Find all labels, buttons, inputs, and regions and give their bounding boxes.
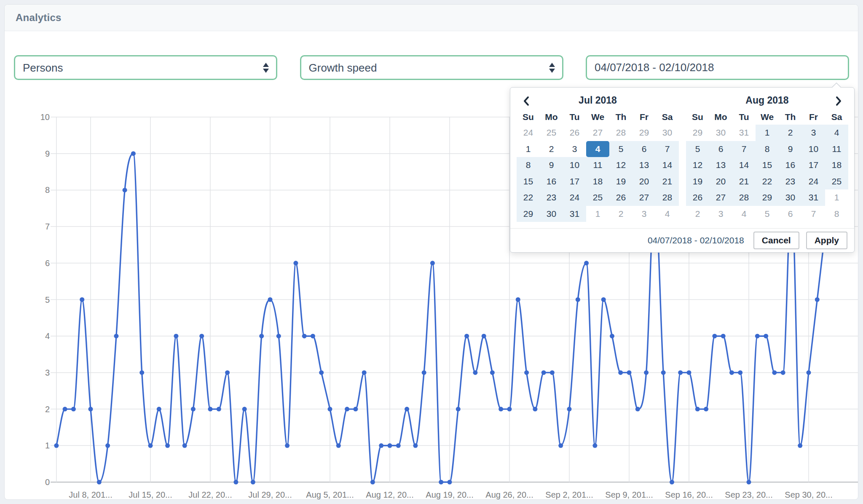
calendar-day[interactable]: 19 [686, 173, 709, 190]
calendar-day[interactable]: 30 [709, 125, 732, 141]
calendar-day[interactable]: 8 [825, 206, 848, 222]
calendar-day[interactable]: 12 [686, 157, 709, 173]
calendar-day[interactable]: 16 [540, 173, 563, 190]
calendar-day[interactable]: 21 [656, 173, 679, 190]
calendar-day[interactable]: 5 [756, 206, 779, 222]
chevron-right-icon [835, 96, 842, 106]
calendar-day[interactable]: 29 [686, 125, 709, 141]
calendar-day[interactable]: 28 [609, 125, 633, 141]
metric-select[interactable]: Persons [14, 55, 277, 80]
calendar-day[interactable]: 23 [779, 173, 802, 190]
calendar-day-selected[interactable]: 4 [586, 141, 609, 157]
calendar-day[interactable]: 27 [709, 189, 732, 206]
calendar-day[interactable]: 10 [802, 141, 825, 157]
calendar-day[interactable]: 11 [586, 157, 609, 173]
weekday-row: SuMoTuWeThFrSa [517, 109, 679, 125]
calendar-day[interactable]: 20 [633, 173, 656, 190]
calendar-day[interactable]: 23 [540, 189, 563, 206]
calendar-day[interactable]: 22 [517, 189, 540, 206]
calendar-day[interactable]: 29 [756, 189, 779, 206]
calendar-day[interactable]: 7 [656, 141, 679, 157]
apply-button[interactable]: Apply [806, 232, 847, 249]
next-month-button[interactable] [832, 95, 845, 108]
date-range-input[interactable] [586, 55, 849, 80]
calendar-day[interactable]: 15 [756, 157, 779, 173]
calendar-day[interactable]: 7 [802, 206, 825, 222]
calendar-day[interactable]: 28 [732, 189, 756, 206]
calendar-day[interactable]: 1 [586, 206, 609, 222]
day-grid-row: 22232425262728 [517, 189, 679, 206]
calendar-day[interactable]: 8 [756, 141, 779, 157]
calendar-day[interactable]: 15 [517, 173, 540, 190]
calendar-day[interactable]: 25 [540, 125, 563, 141]
calendar-day[interactable]: 14 [656, 157, 679, 173]
calendar-day[interactable]: 30 [540, 206, 563, 222]
calendar-day[interactable]: 3 [709, 206, 732, 222]
calendar-day[interactable]: 31 [732, 125, 756, 141]
mode-select[interactable]: Growth speed [300, 55, 563, 80]
calendar-day[interactable]: 30 [779, 189, 802, 206]
weekday-label: Mo [709, 109, 732, 125]
calendar-day[interactable]: 22 [756, 173, 779, 190]
calendar-day[interactable]: 27 [633, 189, 656, 206]
calendar-day[interactable]: 26 [686, 189, 709, 206]
calendar-day[interactable]: 14 [732, 157, 756, 173]
calendar-day[interactable]: 2 [609, 206, 633, 222]
calendar-day[interactable]: 8 [517, 157, 540, 173]
cancel-button[interactable]: Cancel [753, 232, 799, 249]
calendar-day[interactable]: 2 [779, 125, 802, 141]
calendar-day[interactable]: 18 [586, 173, 609, 190]
calendar-day[interactable]: 26 [563, 125, 586, 141]
calendar-day[interactable]: 2 [686, 206, 709, 222]
calendar-day[interactable]: 13 [709, 157, 732, 173]
calendar-day[interactable]: 17 [563, 173, 586, 190]
calendar-day[interactable]: 13 [633, 157, 656, 173]
calendar-day[interactable]: 12 [609, 157, 633, 173]
calendar-day[interactable]: 28 [656, 189, 679, 206]
calendar-day[interactable]: 31 [563, 206, 586, 222]
calendar-day[interactable]: 16 [779, 157, 802, 173]
calendar-day[interactable]: 24 [517, 125, 540, 141]
calendar-day[interactable]: 29 [633, 125, 656, 141]
calendar-day[interactable]: 17 [802, 157, 825, 173]
calendar-day[interactable]: 9 [779, 141, 802, 157]
calendar-day[interactable]: 3 [633, 206, 656, 222]
calendar-day[interactable]: 31 [802, 189, 825, 206]
calendar-day[interactable]: 4 [656, 206, 679, 222]
calendar-day[interactable]: 3 [802, 125, 825, 141]
weekday-label: Tu [563, 109, 586, 125]
calendar-day[interactable]: 1 [517, 141, 540, 157]
calendar-day[interactable]: 4 [825, 125, 848, 141]
weekday-label: Fr [633, 109, 656, 125]
prev-month-button[interactable] [520, 95, 533, 108]
calendar-day[interactable]: 1 [825, 189, 848, 206]
calendar-day[interactable]: 3 [563, 141, 586, 157]
calendar-day[interactable]: 6 [709, 141, 732, 157]
calendar-day[interactable]: 11 [825, 141, 848, 157]
calendar-day[interactable]: 26 [609, 189, 633, 206]
calendar-day[interactable]: 6 [633, 141, 656, 157]
weekday-label: Su [686, 109, 709, 125]
calendar-day[interactable]: 19 [609, 173, 633, 190]
calendar-day[interactable]: 25 [825, 173, 848, 190]
calendar-day[interactable]: 7 [732, 141, 756, 157]
metric-select-wrap: Persons [14, 55, 277, 80]
calendar-day[interactable]: 5 [686, 141, 709, 157]
calendar-day[interactable]: 21 [732, 173, 756, 190]
calendar-day[interactable]: 18 [825, 157, 848, 173]
calendar-day[interactable]: 6 [779, 206, 802, 222]
calendar-day[interactable]: 25 [586, 189, 609, 206]
calendar-day[interactable]: 5 [609, 141, 633, 157]
calendar-day[interactable]: 30 [656, 125, 679, 141]
month-title: Aug 2018 [686, 91, 848, 109]
calendar-day[interactable]: 27 [586, 125, 609, 141]
calendar-day[interactable]: 24 [802, 173, 825, 190]
calendar-day[interactable]: 20 [709, 173, 732, 190]
calendar-day[interactable]: 10 [563, 157, 586, 173]
calendar-day[interactable]: 29 [517, 206, 540, 222]
calendar-day[interactable]: 1 [756, 125, 779, 141]
calendar-day[interactable]: 2 [540, 141, 563, 157]
calendar-day[interactable]: 24 [563, 189, 586, 206]
calendar-day[interactable]: 4 [732, 206, 756, 222]
calendar-day[interactable]: 9 [540, 157, 563, 173]
